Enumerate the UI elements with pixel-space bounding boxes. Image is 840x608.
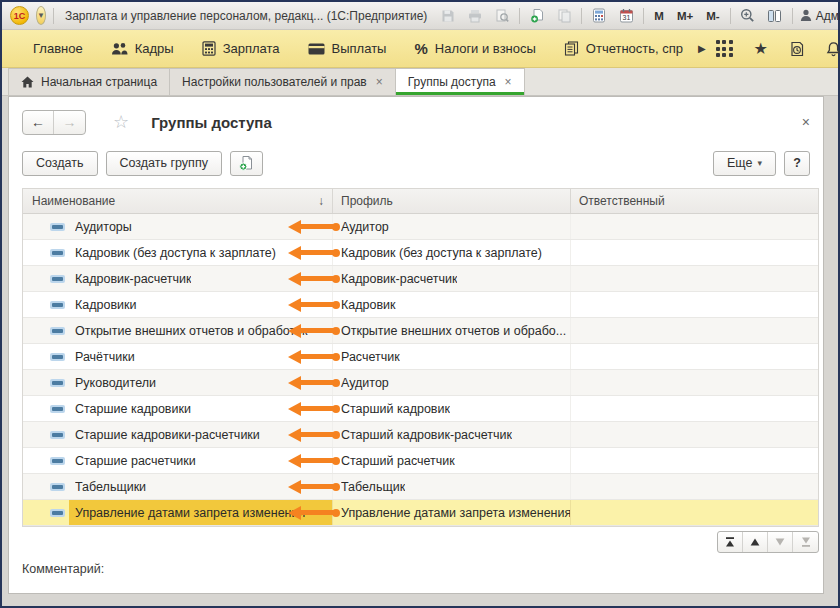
window-frame: 1С ▼ Зарплата и управление персоналом, р… — [2, 2, 838, 606]
table-row[interactable]: Руководители Аудитор — [23, 370, 818, 396]
group-name: Аудиторы — [75, 220, 132, 234]
profile-name: Старший кадровик-расчетчик — [341, 428, 512, 442]
cell-profile: Табельщик — [333, 474, 571, 499]
calculator-icon[interactable] — [589, 6, 609, 26]
access-group-icon — [50, 483, 65, 491]
divider — [730, 8, 731, 24]
form-access-groups: ← → ☆ Группы доступа × Создать Создать г… — [8, 96, 824, 594]
table-row[interactable]: Табельщики Табельщик — [23, 474, 818, 500]
main-menu-button[interactable]: ▼ — [36, 6, 46, 25]
section-taxes[interactable]: % Налоги и взносы — [405, 30, 544, 67]
copy-document-icon[interactable] — [554, 6, 574, 26]
access-group-icon — [50, 353, 65, 361]
documents-icon — [564, 41, 579, 56]
table-row[interactable]: Старшие кадровики Старший кадровик — [23, 396, 818, 422]
form-close-icon[interactable]: × — [802, 114, 810, 130]
section-main[interactable]: Главное — [24, 30, 92, 67]
cell-name: Кадровик (без доступа к зарплате) — [23, 240, 333, 265]
table-row[interactable]: Кадровик-расчетчик Кадровик-расчетчик — [23, 266, 818, 292]
open-windows-tabbar: Начальная страница Настройки пользовател… — [2, 68, 838, 96]
cell-name: Кадровики — [23, 292, 333, 317]
split-view-icon[interactable] — [765, 6, 785, 26]
card-icon — [308, 43, 325, 55]
table-row[interactable]: Старшие кадровики-расчетчики Старший кад… — [23, 422, 818, 448]
zoom-icon[interactable] — [738, 6, 758, 26]
section-payments[interactable]: Выплаты — [299, 30, 396, 67]
divider — [519, 8, 520, 24]
cell-responsible — [571, 370, 818, 395]
chevron-down-icon: ▾ — [757, 158, 762, 168]
cell-name: Табельщики — [23, 474, 333, 499]
divider — [792, 8, 793, 24]
access-group-icon — [50, 301, 65, 309]
profile-name: Аудитор — [341, 220, 389, 234]
sections-overflow-icon[interactable]: ▶ — [698, 43, 706, 54]
create-group-button[interactable]: Создать группу — [106, 151, 222, 176]
group-name: Табельщики — [75, 480, 146, 494]
back-button[interactable]: ← — [23, 111, 54, 134]
memory-add-button[interactable]: M+ — [674, 10, 696, 22]
tab-user-settings[interactable]: Настройки пользователей и прав × — [169, 68, 396, 95]
create-copy-icon[interactable] — [527, 6, 547, 26]
column-header-profile[interactable]: Профиль — [333, 189, 571, 213]
create-by-copy-icon — [238, 155, 254, 171]
table-row[interactable]: Рачётчики Расчетчик — [23, 344, 818, 370]
memory-subtract-button[interactable]: M- — [703, 10, 722, 22]
section-hr[interactable]: Кадры — [102, 30, 183, 67]
divider — [581, 8, 582, 24]
divider — [643, 8, 644, 24]
table-row-selected[interactable]: Управление датами запрета изменения Упра… — [23, 500, 818, 526]
profile-name: Кадровик — [341, 298, 396, 312]
column-header-name[interactable]: Наименование ↓ — [23, 189, 333, 213]
access-group-icon — [50, 431, 65, 439]
cell-responsible — [571, 214, 818, 239]
cell-name: Старшие кадровики — [23, 396, 333, 421]
access-groups-table: Наименование ↓ Профиль Ответственный Ауд… — [22, 188, 819, 527]
section-salary[interactable]: Зарплата — [193, 30, 289, 67]
go-next-button[interactable] — [768, 532, 793, 552]
group-name: Старшие кадровики — [75, 402, 191, 416]
create-by-copy-button[interactable] — [230, 151, 263, 176]
cell-responsible — [571, 422, 818, 447]
forward-button[interactable]: → — [54, 111, 85, 134]
cell-responsible — [571, 396, 818, 421]
column-header-responsible[interactable]: Ответственный — [571, 189, 818, 213]
table-row[interactable]: Открытие внешних отчетов и обработок Отк… — [23, 318, 818, 344]
notifications-bell-icon[interactable] — [826, 41, 840, 57]
column-label: Наименование — [32, 194, 115, 208]
access-group-icon — [50, 275, 65, 283]
group-name: Кадровики — [75, 298, 137, 312]
tab-close-icon[interactable]: × — [376, 75, 383, 89]
tab-label: Группы доступа — [408, 75, 496, 89]
apps-grid-icon[interactable] — [716, 40, 733, 57]
go-last-button[interactable] — [793, 532, 818, 552]
user-icon — [800, 9, 812, 22]
cell-profile: Управление датами запрета изменения — [333, 500, 571, 525]
print-icon[interactable] — [465, 6, 485, 26]
current-user-button[interactable]: Администратор — [800, 9, 840, 23]
help-button[interactable]: ? — [784, 151, 810, 176]
list-navigation-buttons — [717, 531, 819, 553]
tab-close-icon[interactable]: × — [505, 75, 512, 89]
create-button[interactable]: Создать — [22, 151, 98, 176]
table-header: Наименование ↓ Профиль Ответственный — [23, 189, 818, 214]
memory-store-button[interactable]: M — [651, 10, 667, 22]
calendar-icon[interactable]: 31 — [616, 6, 636, 26]
go-first-button[interactable] — [718, 532, 743, 552]
add-favorite-star-icon[interactable]: ☆ — [113, 111, 129, 133]
tab-home[interactable]: Начальная страница — [8, 68, 170, 95]
cell-responsible — [571, 266, 818, 291]
history-icon[interactable] — [789, 41, 805, 57]
print-preview-icon[interactable] — [492, 6, 512, 26]
cell-profile: Кадровик-расчетчик — [333, 266, 571, 291]
section-reports[interactable]: Отчетность, спр — [555, 30, 692, 67]
table-row[interactable]: Кадровики Кадровик — [23, 292, 818, 318]
table-row[interactable]: Старшие расчетчики Старший расчетчик — [23, 448, 818, 474]
tab-access-groups[interactable]: Группы доступа × — [395, 68, 525, 95]
more-button[interactable]: Еще ▾ — [713, 151, 776, 176]
table-row[interactable]: Кадровик (без доступа к зарплате) Кадров… — [23, 240, 818, 266]
save-icon[interactable] — [438, 6, 458, 26]
table-row[interactable]: Аудиторы Аудитор — [23, 214, 818, 240]
favorites-star-icon[interactable]: ★ — [754, 41, 768, 57]
go-previous-button[interactable] — [743, 532, 768, 552]
